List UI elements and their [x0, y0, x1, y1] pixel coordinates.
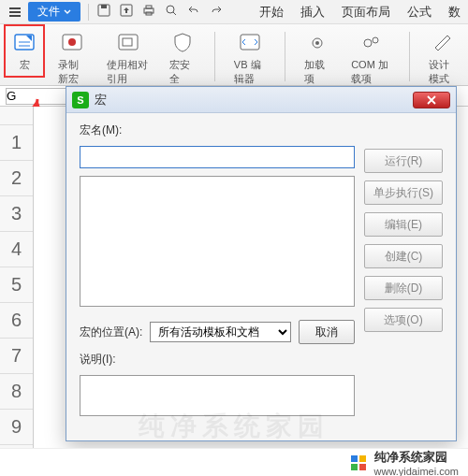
quick-access-toolbar [96, 3, 224, 21]
com-addins-button[interactable]: COM 加载项 [347, 28, 394, 88]
brand-name: 纯净系统家园 [374, 449, 459, 466]
vb-editor-label: VB 编辑器 [234, 58, 267, 86]
design-mode-label: 设计模式 [429, 58, 457, 86]
row-header[interactable]: 7 [0, 339, 33, 374]
com-addins-label: COM 加载项 [351, 58, 390, 86]
ribbon-separator [214, 32, 215, 81]
macro-security-label: 宏安全 [169, 58, 196, 86]
tab-page-layout[interactable]: 页面布局 [340, 2, 392, 22]
record-macro-label: 录制新宏 [58, 58, 86, 86]
undo-icon[interactable] [186, 3, 201, 21]
macro-button[interactable]: 宏 [7, 28, 41, 74]
row-header[interactable]: 6 [0, 303, 33, 339]
macro-name-label: 宏名(M): [80, 123, 355, 138]
svg-point-15 [315, 41, 319, 45]
ribbon-separator [285, 32, 285, 81]
file-menu[interactable]: 文件 [28, 2, 80, 22]
brand-url: www.yidaimei.com [374, 466, 459, 477]
row-header[interactable]: 9 [0, 410, 33, 445]
row-header[interactable]: 1 [0, 125, 33, 161]
svg-point-10 [68, 38, 76, 46]
svg-point-17 [373, 37, 378, 43]
file-menu-label: 文件 [37, 4, 60, 20]
macro-name-input[interactable] [80, 146, 355, 168]
relative-ref-label: 使用相对引用 [107, 58, 149, 86]
record-macro-icon [59, 30, 85, 56]
options-button-label: 选项(O) [384, 312, 422, 328]
svg-rect-21 [359, 464, 366, 470]
addins-button[interactable]: 加载项 [300, 28, 334, 88]
svg-rect-1 [101, 5, 107, 8]
ribbon-separator [409, 32, 410, 81]
svg-rect-11 [119, 35, 138, 50]
row-headers: 1 2 3 4 5 6 7 8 9 10 [0, 107, 34, 448]
macro-desc-box[interactable] [80, 375, 355, 416]
cancel-button-label: 取消 [315, 325, 338, 340]
edit-button[interactable]: 编辑(E) [364, 212, 443, 237]
save-icon[interactable] [96, 3, 111, 21]
select-all-cell[interactable] [0, 107, 33, 125]
separator [88, 4, 89, 21]
delete-button[interactable]: 删除(D) [364, 276, 443, 300]
gear-icon [304, 30, 330, 56]
svg-rect-4 [146, 6, 152, 8]
row-header[interactable]: 4 [0, 232, 33, 267]
svg-point-6 [167, 6, 174, 13]
record-macro-button[interactable]: 录制新宏 [54, 28, 90, 88]
svg-rect-18 [351, 455, 358, 462]
vb-editor-button[interactable]: VB 编辑器 [230, 28, 271, 88]
svg-rect-20 [351, 464, 358, 470]
macro-dialog: S 宏 宏名(M): 宏的位置(A): 所有活动模板和文档 取消 说明(I): … [66, 86, 457, 441]
row-header[interactable]: 8 [0, 374, 33, 410]
step-button[interactable]: 单步执行(S) [364, 180, 443, 205]
create-button-label: 创建(C) [385, 249, 423, 265]
gears-icon [358, 30, 384, 56]
shield-icon [169, 30, 196, 56]
print-icon[interactable] [141, 3, 156, 21]
relative-ref-button[interactable]: 使用相对引用 [103, 28, 153, 88]
design-mode-button[interactable]: 设计模式 [425, 28, 461, 88]
delete-button-label: 删除(D) [385, 281, 423, 296]
create-button[interactable]: 创建(C) [364, 244, 443, 268]
tab-data[interactable]: 数 [446, 2, 462, 22]
close-icon [426, 94, 437, 106]
run-button[interactable]: 运行(R) [364, 149, 443, 173]
vb-editor-icon [237, 30, 263, 56]
svg-point-16 [364, 39, 372, 47]
save-as-icon[interactable] [119, 3, 134, 21]
name-box[interactable] [6, 88, 67, 105]
macro-security-button[interactable]: 宏安全 [166, 28, 199, 88]
relative-ref-icon [115, 30, 141, 56]
row-header[interactable]: 5 [0, 267, 33, 303]
tab-insert[interactable]: 插入 [299, 2, 327, 22]
tab-home[interactable]: 开始 [257, 2, 285, 22]
chevron-down-icon [64, 8, 71, 16]
watermark-footer: 纯净系统家园 www.yidaimei.com [0, 448, 468, 476]
macro-location-select[interactable]: 所有活动模板和文档 [150, 322, 291, 342]
addins-label: 加载项 [304, 58, 330, 86]
svg-rect-19 [359, 455, 366, 462]
edit-button-label: 编辑(E) [385, 217, 422, 233]
tab-formula[interactable]: 公式 [405, 2, 433, 22]
svg-rect-13 [241, 35, 259, 50]
row-header[interactable]: 2 [0, 161, 33, 196]
cancel-button[interactable]: 取消 [299, 320, 355, 344]
app-logo-icon: S [72, 92, 89, 108]
step-button-label: 单步执行(S) [373, 185, 433, 201]
macro-icon [11, 30, 37, 56]
brand-logo-icon [350, 454, 367, 471]
macro-listbox[interactable] [80, 176, 355, 307]
row-header[interactable]: 3 [0, 196, 33, 232]
redo-icon[interactable] [209, 3, 224, 21]
macro-desc-label: 说明(I): [80, 352, 355, 368]
run-button-label: 运行(R) [385, 153, 423, 169]
dialog-title: 宏 [95, 92, 107, 108]
options-button[interactable]: 选项(O) [364, 308, 443, 332]
macro-location-label: 宏的位置(A): [80, 325, 142, 340]
ruler-icon [430, 30, 456, 56]
close-button[interactable] [413, 92, 450, 108]
macro-button-label: 宏 [20, 58, 30, 72]
print-preview-icon[interactable] [164, 3, 179, 21]
hamburger-menu[interactable] [6, 5, 24, 20]
